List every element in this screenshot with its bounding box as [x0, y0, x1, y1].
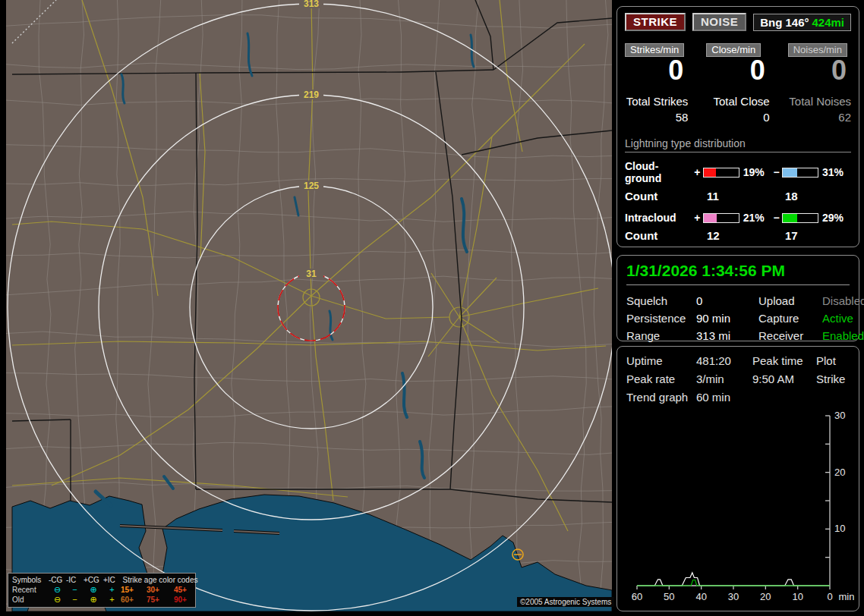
legend-row-old-label: Old — [12, 595, 49, 605]
plus-sign: + — [693, 166, 702, 178]
legend-col-pos-cg: +CG — [84, 575, 103, 585]
upload-status: Disabled — [822, 294, 864, 307]
distance-value: 424mi — [812, 16, 844, 29]
trend-x-tick: 50 — [664, 591, 674, 602]
trend-graph: 6050403020100min102030 — [626, 411, 854, 607]
neg-ic-old-icon: − — [66, 595, 84, 605]
ic-minus-count: 17 — [785, 229, 798, 242]
minus-sign: − — [772, 166, 780, 178]
trend-y-tick: 20 — [834, 467, 845, 478]
plus-sign: + — [693, 212, 702, 224]
intracloud-count-row: Count 12 17 — [625, 229, 851, 242]
pos-cg-recent-icon: ⊕ — [84, 585, 103, 595]
ic-minus-bar — [782, 213, 818, 223]
cg-minus-pct: 31% — [820, 166, 851, 178]
ring-label-125: 125 — [304, 181, 319, 191]
close-per-min-value: 0 — [706, 57, 765, 84]
persistence-value: 90 min — [696, 312, 758, 325]
age-75-label: 75+ — [147, 595, 174, 605]
total-noises-value: 62 — [788, 111, 851, 124]
noise-mode-button[interactable]: NOISE — [692, 13, 746, 31]
trend-x-tick: 20 — [760, 591, 771, 602]
ring-label-313: 313 — [304, 0, 319, 9]
cg-minus-count: 18 — [785, 190, 798, 203]
cg-plus-count: 11 — [707, 190, 785, 203]
cloud-ground-label: Cloud-ground — [625, 160, 693, 184]
capture-label: Capture — [758, 312, 822, 325]
age-15-label: 15+ — [121, 585, 147, 595]
total-strikes-value: 58 — [625, 111, 688, 124]
upload-label: Upload — [758, 294, 822, 307]
legend-col-pos-ic: +IC — [103, 575, 121, 585]
noises-counter: Noises/min 0 Total Noises 62 — [788, 43, 851, 124]
capture-status: Active — [822, 312, 864, 325]
bearing-readout: Bng 146° 424mi — [753, 14, 851, 31]
trend-series-close — [637, 580, 830, 586]
trend-x-tick: 40 — [695, 591, 706, 602]
trend-x-tick: 0 — [827, 591, 832, 602]
range-value: 313 mi — [696, 329, 758, 342]
noises-per-min-value: 0 — [788, 57, 847, 84]
trend-graph-label: Trend graph — [626, 391, 696, 404]
ic-plus-bar — [703, 213, 739, 223]
app-window: { "map": { "ring_labels": ["313", "219",… — [0, 0, 864, 616]
squelch-value: 0 — [696, 294, 758, 307]
peak-time-value: 9:50 AM — [752, 372, 816, 385]
age-90-label: 90+ — [174, 595, 200, 605]
range-label: Range — [626, 329, 696, 342]
uptime-value: 481:20 — [696, 354, 752, 367]
uptime-label: Uptime — [626, 354, 696, 367]
datetime-display: 1/31/2026 1:34:56 PM — [626, 262, 850, 285]
cg-plus-bar — [703, 168, 739, 178]
bearing-value: Bng 146° — [760, 16, 809, 29]
strike-stats-panel: STRIKE NOISE Bng 146° 424mi Strikes/min … — [616, 6, 859, 247]
map-canvas: 31321912531 — [6, 0, 612, 611]
total-noises-label: Total Noises — [788, 95, 851, 108]
pos-cg-old-icon: ⊕ — [84, 595, 103, 605]
legend-age-header: Strike age color codes — [121, 575, 200, 585]
trend-x-tick: 30 — [728, 591, 739, 602]
peak-rate-label: Peak rate — [626, 372, 696, 385]
total-close-value: 0 — [706, 111, 769, 124]
lightning-map[interactable]: 31321912531 Symbols -CG -IC +CG +IC Stri… — [6, 0, 612, 611]
pos-ic-old-icon: + — [103, 595, 121, 605]
plot-value: Strike — [816, 372, 850, 385]
minus-sign: − — [772, 212, 780, 224]
peak-time-label: Peak time — [752, 354, 816, 367]
receiver-label: Receiver — [758, 329, 822, 342]
legend-row-recent-label: Recent — [12, 585, 49, 595]
ring-label-219: 219 — [304, 90, 319, 100]
ic-plus-pct: 21% — [741, 212, 772, 224]
copyright-label: ©2005 Astrogenic Systems — [517, 597, 614, 607]
strike-mode-button[interactable]: STRIKE — [625, 13, 686, 31]
age-45-label: 45+ — [174, 585, 200, 595]
ic-plus-count: 12 — [707, 229, 785, 242]
age-30-label: 30+ — [147, 585, 174, 595]
legend-col-neg-ic: -IC — [66, 575, 84, 585]
ic-minus-pct: 29% — [820, 212, 851, 224]
trend-x-tick: 60 — [632, 591, 642, 602]
strikes-counter: Strikes/min 0 Total Strikes 58 — [625, 43, 688, 124]
plot-label: Plot — [816, 354, 850, 367]
intracloud-label: Intracloud — [625, 212, 693, 224]
map-legend: Symbols -CG -IC +CG +IC Strike age color… — [8, 573, 196, 608]
trend-series-strikes — [637, 573, 830, 586]
trend-x-tick: 10 — [792, 591, 803, 602]
age-60-label: 60+ — [121, 595, 147, 605]
receiver-status: Enabled — [822, 329, 864, 342]
legend-col-neg-cg: -CG — [49, 575, 66, 585]
count-label: Count — [625, 190, 707, 203]
strikes-per-min-value: 0 — [625, 57, 683, 84]
count-label: Count — [625, 229, 707, 242]
system-status-panel: 1/31/2026 1:34:56 PM Squelch 0 Upload Di… — [616, 255, 859, 341]
total-close-label: Total Close — [706, 95, 769, 108]
peak-rate-value: 3/min — [696, 372, 752, 385]
persistence-label: Persistence — [626, 312, 696, 325]
squelch-label: Squelch — [626, 294, 696, 307]
legend-symbols-header: Symbols — [12, 575, 49, 585]
trend-graph-value: 60 min — [696, 391, 752, 404]
cg-minus-bar — [782, 168, 818, 178]
trend-panel: Uptime 481:20 Peak time Plot Peak rate 3… — [616, 346, 859, 611]
close-counter: Close/min 0 Total Close 0 — [706, 43, 769, 124]
trend-y-tick: 30 — [834, 411, 845, 421]
